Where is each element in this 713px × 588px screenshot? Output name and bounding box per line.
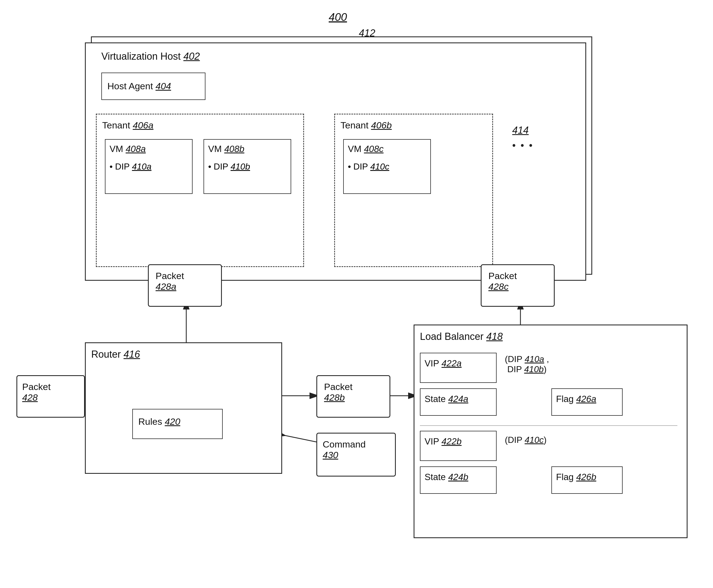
flag-426a-label: Flag 426a (556, 394, 596, 404)
packet-428-label: Packet428 (22, 381, 51, 403)
tenant-a-box: Tenant 406a VM 408a • DIP 410a VM 408b •… (96, 114, 304, 267)
vm-408c-dip: • DIP 410c (348, 162, 389, 172)
flag-426b-label: Flag 426b (556, 472, 596, 482)
vm-408b-dip: • DIP 410b (208, 162, 250, 172)
packet-428b-label: Packet428b (324, 381, 353, 403)
state-424a-label: State 424a (424, 394, 468, 404)
state-424b-label: State 424b (424, 472, 468, 482)
vm-408b-label: VM 408b (208, 144, 244, 154)
rules-label: Rules 420 (138, 416, 180, 427)
vm-408a-box: VM 408a • DIP 410a (105, 139, 193, 194)
tenant-b-box: Tenant 406b VM 408c • DIP 410c (334, 114, 493, 267)
state-424a-box: State 424a (420, 388, 497, 416)
vip-422b-box: VIP 422b (420, 431, 497, 461)
vm-408c-box: VM 408c • DIP 410c (343, 139, 431, 194)
vm-408a-dip: • DIP 410a (109, 162, 151, 172)
virt-host-label: Virtualization Host 402 (101, 51, 200, 62)
diagram: 400 412 • • Virtualization Host 402 Host… (0, 0, 713, 588)
vm-408b-box: VM 408b • DIP 410b (204, 139, 291, 194)
flag-426b-box: Flag 426b (551, 466, 623, 494)
host-agent-box: Host Agent 404 (101, 72, 206, 100)
host-agent-label: Host Agent 404 (107, 81, 171, 91)
command-430-box: Command430 (316, 433, 396, 477)
vip-422a-section: VIP 422a (DIP 410a , DIP 410b) State 424… (420, 353, 677, 418)
vm-408a-label: VM 408a (109, 144, 146, 154)
vip-422b-section: VIP 422b (DIP 410c) State 424b Flag 426b (420, 431, 677, 497)
router-box: Router 416 Rules 420 (85, 342, 282, 474)
packet-428a-label: Packet428a (155, 271, 184, 292)
vip-422b-label: VIP 422b (424, 436, 462, 447)
tenant-a-label: Tenant 406a (102, 120, 153, 131)
state-424b-box: State 424b (420, 466, 497, 494)
command-430-label: Command430 (323, 439, 366, 460)
dots-414: • • • (512, 140, 533, 151)
rules-box: Rules 420 (132, 409, 223, 439)
packet-428c-label: Packet428c (488, 271, 517, 292)
flag-426a-box: Flag 426a (551, 388, 623, 416)
vip-422a-box: VIP 422a (420, 353, 497, 383)
diagram-title: 400 (329, 11, 347, 23)
packet-428c-box: Packet428c (481, 264, 555, 307)
packet-428a-box: Packet428a (148, 264, 222, 307)
ref-414: 414 (512, 125, 529, 136)
lb-label: Load Balancer 418 (420, 331, 503, 342)
dip-pair-a: (DIP 410a , DIP 410b) (505, 354, 549, 374)
lb-box: Load Balancer 418 VIP 422a (DIP 410a , D… (414, 324, 688, 538)
tenant-b-label: Tenant 406b (340, 120, 392, 131)
vm-408c-label: VM 408c (348, 144, 383, 154)
packet-428b-box: Packet428b (316, 375, 390, 418)
dip-410c-pair: (DIP 410c) (505, 435, 546, 445)
lb-divider (420, 425, 677, 426)
vip-422a-label: VIP 422a (424, 358, 462, 369)
router-label: Router 416 (91, 349, 140, 360)
packet-428-box: Packet428 (17, 375, 85, 418)
